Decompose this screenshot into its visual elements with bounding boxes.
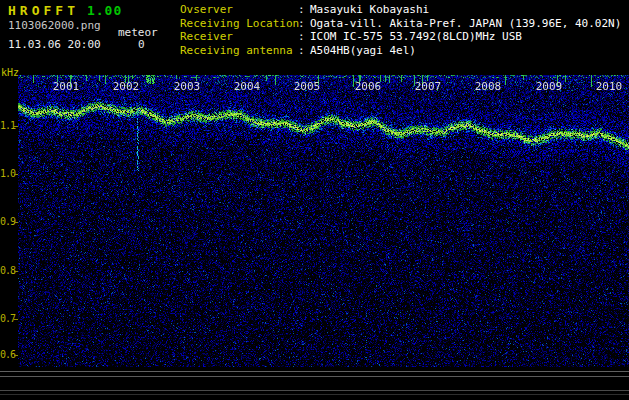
info-value: A504HB(yagi 4el) xyxy=(310,44,416,58)
spectrogram-canvas xyxy=(18,75,629,367)
time-label-2002: 2002 xyxy=(110,80,142,93)
app-version: 1.00 xyxy=(87,3,122,18)
time-label-2007: 2007 xyxy=(412,80,444,93)
time-label-2001: 2001 xyxy=(50,80,82,93)
time-label-2010: 2010 xyxy=(593,80,625,93)
info-label: Receiving antenna xyxy=(180,44,298,58)
info-colon: : xyxy=(298,30,310,44)
info-colon: : xyxy=(298,3,310,17)
freq-label-1-0: 1.0 xyxy=(0,168,15,179)
time-label-2005: 2005 xyxy=(291,80,323,93)
hrofft-output-screen: HROFFT1.00 1103062000.png meteor 0 11.03… xyxy=(0,0,629,400)
level-grid-line xyxy=(0,371,629,372)
level-grid-line xyxy=(0,376,629,377)
time-label-2003: 2003 xyxy=(171,80,203,93)
station-info: Ovserver:Masayuki Kobayashi Receiving Lo… xyxy=(180,3,621,57)
info-label: Receiver xyxy=(180,30,298,44)
freq-label-0-9: 0.9 xyxy=(0,216,15,227)
time-label-2004: 2004 xyxy=(231,80,263,93)
info-colon: : xyxy=(298,17,310,31)
observation-timestamp: 11.03.06 20:00 xyxy=(8,38,101,51)
info-colon: : xyxy=(298,44,310,58)
time-label-2006: 2006 xyxy=(352,80,384,93)
level-grid-line xyxy=(0,394,629,395)
meteor-count-value: 0 xyxy=(138,38,145,51)
info-label: Receiving Location xyxy=(180,17,298,31)
output-filename: 1103062000.png xyxy=(8,19,101,32)
info-label: Ovserver xyxy=(180,3,298,17)
time-label-2008: 2008 xyxy=(472,80,504,93)
freq-label-1-1: 1.1 xyxy=(0,120,15,131)
freq-axis-unit: kHz xyxy=(1,67,19,78)
info-value: Ogata-vill. Akita-Pref. JAPAN (139.96E, … xyxy=(310,17,621,31)
info-row-location: Receiving Location:Ogata-vill. Akita-Pre… xyxy=(180,17,621,31)
app-logo: HROFFT1.00 xyxy=(8,3,122,18)
time-label-2009: 2009 xyxy=(533,80,565,93)
freq-label-0-7: 0.7 xyxy=(0,313,15,324)
info-value: ICOM IC-575 53.7492(8LCD)MHz USB xyxy=(310,30,522,44)
info-row-receiver: Receiver:ICOM IC-575 53.7492(8LCD)MHz US… xyxy=(180,30,621,44)
freq-label-0-6: 0.6 xyxy=(0,349,15,360)
info-value: Masayuki Kobayashi xyxy=(310,3,429,17)
app-logo-text: HROFFT xyxy=(8,3,79,18)
info-row-observer: Ovserver:Masayuki Kobayashi xyxy=(180,3,621,17)
level-grid-line xyxy=(0,390,629,391)
freq-label-0-8: 0.8 xyxy=(0,265,15,276)
info-row-antenna: Receiving antenna:A504HB(yagi 4el) xyxy=(180,44,621,58)
